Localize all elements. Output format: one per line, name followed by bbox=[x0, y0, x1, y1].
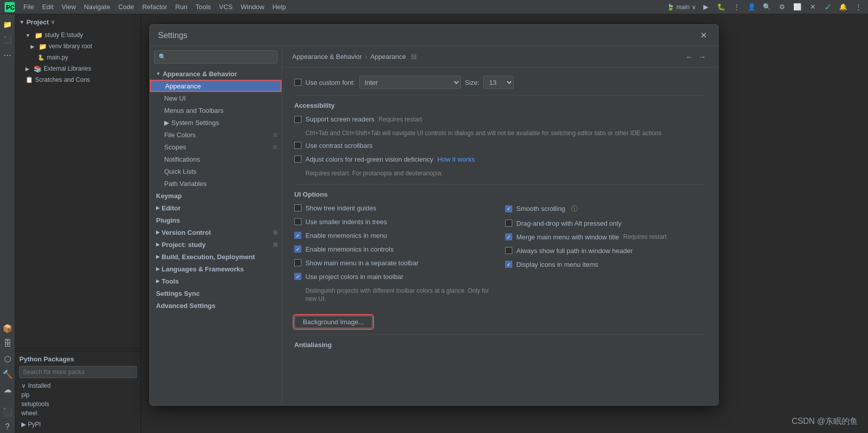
languages-arrow: ▶ bbox=[156, 266, 160, 271]
merge-main-menu-checkbox[interactable] bbox=[505, 233, 512, 240]
nav-item-path-variables[interactable]: Path Variables bbox=[150, 177, 282, 190]
breadcrumb-menu-icon[interactable]: ⊟ bbox=[411, 53, 417, 60]
nav-group-build[interactable]: ▶ Build, Execution, Deployment bbox=[150, 251, 282, 263]
tools-arrow: ▶ bbox=[156, 279, 160, 284]
nav-item-appearance[interactable]: Appearance bbox=[150, 80, 282, 92]
notifications-button[interactable]: 🔔 bbox=[838, 2, 849, 13]
smooth-scrolling-checkbox[interactable] bbox=[505, 205, 512, 212]
always-show-full-path-checkbox[interactable] bbox=[505, 247, 512, 254]
menu-help[interactable]: Help bbox=[268, 2, 290, 12]
expand-arrow-appearance: ▼ bbox=[156, 71, 161, 76]
nav-item-file-colors[interactable]: File Colors ⊞ bbox=[150, 129, 282, 141]
background-btn-container: Background Image... bbox=[294, 312, 706, 328]
nav-group-tools[interactable]: ▶ Tools bbox=[150, 275, 282, 287]
file-colors-icon: ⊞ bbox=[273, 132, 277, 138]
settings-close-button[interactable]: ✕ bbox=[697, 29, 710, 41]
drag-drop-alt-checkbox[interactable] bbox=[505, 220, 512, 227]
nav-item-notifications[interactable]: Notifications bbox=[150, 153, 282, 165]
search-button[interactable]: 🔍 bbox=[761, 2, 772, 13]
nav-item-new-ui[interactable]: New UI bbox=[150, 92, 282, 104]
enable-mnemonics-menu-label: Enable mnemonics in menu bbox=[305, 232, 387, 239]
menu-bar: PC File Edit View Navigate Code Refactor… bbox=[0, 0, 868, 14]
nav-label-notifications: Notifications bbox=[164, 156, 200, 163]
smaller-indents-row: Use smaller indents in trees bbox=[294, 218, 495, 226]
merge-main-menu-label: Merge main menu with window title bbox=[516, 233, 619, 241]
nav-item-menus-toolbars[interactable]: Menus and Toolbars bbox=[150, 104, 282, 116]
settings-header: Settings ✕ bbox=[150, 25, 718, 46]
smooth-scrolling-help-icon[interactable]: ⓘ bbox=[571, 204, 578, 213]
screen-readers-checkbox[interactable] bbox=[294, 116, 301, 123]
toolbar-right: 🍃 main ∨ ▶ 🐛 ⋮ 👤 🔍 ⚙ ⬜ ✕ ✓ 🔔 ⋮ bbox=[667, 2, 864, 13]
nav-item-plugins[interactable]: Plugins bbox=[150, 214, 282, 226]
show-tree-guides-row: Show tree indent guides bbox=[294, 204, 495, 212]
enable-mnemonics-menu-checkbox[interactable] bbox=[294, 232, 301, 239]
contrast-scrollbars-checkbox[interactable] bbox=[294, 142, 301, 149]
more-button[interactable]: ⋮ bbox=[731, 2, 742, 13]
check-status: ✓ bbox=[822, 2, 833, 13]
menu-window[interactable]: Window bbox=[237, 2, 268, 12]
nav-group-vcs[interactable]: ▶ Version Control ⊞ bbox=[150, 226, 282, 238]
menu-tools[interactable]: Tools bbox=[192, 2, 215, 12]
content-header: Appearance & Behavior › Appearance ⊟ ← → bbox=[282, 46, 718, 68]
size-select[interactable]: 13 bbox=[483, 76, 514, 89]
debug-button[interactable]: 🐛 bbox=[716, 2, 727, 13]
profile-button[interactable]: 👤 bbox=[746, 2, 757, 13]
settings-body: ▼ Appearance & Behavior Appearance New U… bbox=[150, 46, 718, 405]
custom-font-row: Use custom font: Inter Size: 13 bbox=[294, 76, 706, 89]
nav-label-appearance: Appearance bbox=[165, 82, 201, 90]
smaller-indents-checkbox[interactable] bbox=[294, 218, 301, 225]
nav-item-keymap[interactable]: Keymap bbox=[150, 190, 282, 202]
menu-edit[interactable]: Edit bbox=[38, 2, 57, 12]
use-project-colors-label: Use project colors in main toolbar bbox=[305, 273, 404, 281]
nav-item-advanced[interactable]: Advanced Settings bbox=[150, 299, 282, 312]
project-colors-description: Distinguish projects with different tool… bbox=[305, 287, 495, 304]
more-vertical-button[interactable]: ⋮ bbox=[853, 2, 864, 13]
system-settings-arrow: ▶ bbox=[164, 119, 169, 127]
nav-item-settings-sync[interactable]: Settings Sync bbox=[150, 287, 282, 299]
nav-group-languages[interactable]: ▶ Languages & Frameworks bbox=[150, 263, 282, 275]
menu-file[interactable]: File bbox=[19, 2, 38, 12]
menu-vcs[interactable]: VCS bbox=[215, 2, 237, 12]
branch-selector[interactable]: 🍃 main ∨ bbox=[667, 4, 696, 11]
nav-label-path-variables: Path Variables bbox=[164, 180, 207, 188]
forward-button[interactable]: → bbox=[697, 52, 708, 62]
nav-group-label-build: Build, Execution, Deployment bbox=[162, 253, 255, 261]
settings-search-input[interactable] bbox=[154, 50, 277, 64]
maximize-button[interactable]: ⬜ bbox=[792, 2, 803, 13]
nav-group-label-appearance: Appearance & Behavior bbox=[163, 70, 237, 78]
font-select[interactable]: Inter bbox=[359, 76, 461, 89]
use-project-colors-checkbox[interactable] bbox=[294, 273, 301, 280]
window-close-button[interactable]: ✕ bbox=[807, 2, 818, 13]
show-tree-guides-checkbox[interactable] bbox=[294, 204, 301, 211]
accessibility-section-title: Accessibility bbox=[294, 102, 706, 109]
breadcrumb-parent[interactable]: Appearance & Behavior bbox=[292, 53, 362, 60]
display-icons-menu-checkbox[interactable] bbox=[505, 261, 512, 268]
background-image-button[interactable]: Background Image... bbox=[294, 316, 373, 328]
enable-mnemonics-controls-checkbox[interactable] bbox=[294, 245, 301, 253]
nav-label-menus-toolbars: Menus and Toolbars bbox=[164, 107, 224, 114]
divider-3 bbox=[294, 334, 706, 335]
show-main-menu-toolbar-checkbox[interactable] bbox=[294, 259, 301, 266]
nav-group-appearance-behavior[interactable]: ▼ Appearance & Behavior bbox=[150, 68, 282, 80]
adjust-colors-checkbox[interactable] bbox=[294, 156, 301, 163]
settings-content: Appearance & Behavior › Appearance ⊟ ← → bbox=[282, 46, 718, 405]
menu-view[interactable]: View bbox=[57, 2, 80, 12]
back-button[interactable]: ← bbox=[684, 52, 695, 62]
custom-font-checkbox[interactable] bbox=[294, 79, 301, 86]
nav-item-system-settings[interactable]: ▶ System Settings bbox=[150, 116, 282, 129]
menu-refactor[interactable]: Refactor bbox=[138, 2, 171, 12]
nav-item-scopes[interactable]: Scopes ⊞ bbox=[150, 141, 282, 153]
settings-button[interactable]: ⚙ bbox=[777, 2, 788, 13]
menu-navigate[interactable]: Navigate bbox=[80, 2, 114, 12]
adjust-colors-row: Adjust colors for red-green vision defic… bbox=[294, 156, 706, 163]
run-button[interactable]: ▶ bbox=[700, 2, 711, 13]
screen-readers-description: Ctrl+Tab and Ctrl+Shift+Tab will navigat… bbox=[305, 129, 706, 138]
nav-group-project[interactable]: ▶ Project: study ⊞ bbox=[150, 238, 282, 251]
merge-main-menu-row: Merge main menu with window title Requir… bbox=[505, 233, 706, 241]
menu-run[interactable]: Run bbox=[171, 2, 192, 12]
how-it-works-link[interactable]: How it works bbox=[437, 156, 475, 163]
nav-item-quick-lists[interactable]: Quick Lists bbox=[150, 165, 282, 177]
nav-group-editor[interactable]: ▶ Editor bbox=[150, 202, 282, 214]
menu-code[interactable]: Code bbox=[114, 2, 138, 12]
show-tree-guides-label: Show tree indent guides bbox=[305, 204, 376, 212]
